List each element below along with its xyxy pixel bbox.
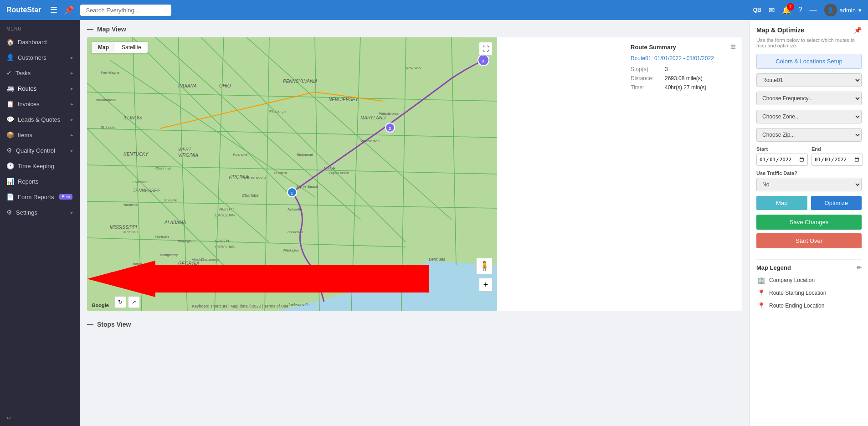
svg-text:St. Louis: St. Louis [101, 125, 115, 129]
svg-text:ALABAMA: ALABAMA [164, 220, 186, 225]
map-share-icon[interactable]: ↗ [128, 296, 140, 308]
minimize-icon[interactable]: — [810, 6, 817, 14]
map-rotate-icon[interactable]: ↻ [114, 296, 126, 308]
svg-text:Huntsville: Huntsville [155, 235, 169, 238]
sidebar-item-invoices[interactable]: 📋 Invoices ▸ [0, 96, 80, 112]
route-summary-label: Route Summary [631, 44, 676, 51]
traffic-label: Use Traffic Data? [756, 170, 862, 176]
sidebar-item-items[interactable]: 📦 Items ▸ [0, 127, 80, 143]
right-panel-desc: Use the form below to select which route… [756, 37, 862, 48]
sidebar-item-leads-quotes[interactable]: 💬 Leads & Quotes ▸ [0, 112, 80, 127]
chevron-items-icon: ▸ [71, 132, 73, 138]
legend-pencil-icon[interactable]: ✏ [857, 264, 862, 271]
menu-label: MENU [0, 20, 80, 34]
route-summary-title: Route Summary ☰ [631, 44, 736, 51]
legend-company-location: 🏢 Company Location [756, 276, 862, 285]
topnav: RouteStar ☰ 📌 QB ✉ 🔔 7 ? — 👤 admin ▾ [0, 0, 868, 20]
sidebar-item-tasks[interactable]: ✓ Tasks ▸ [0, 65, 80, 81]
sidebar-item-form-reports[interactable]: 📄 Form Reports Beta [0, 189, 80, 205]
notifications-icon[interactable]: 🔔 7 [782, 6, 791, 15]
svg-text:WEST: WEST [178, 147, 192, 152]
route-link[interactable]: Route01: 01/01/2022 - 01/01/2022 [631, 55, 736, 62]
zip-select[interactable]: Choose Zip... [756, 128, 862, 142]
save-changes-button[interactable]: Save Changes [756, 215, 862, 230]
mail-icon[interactable]: ✉ [769, 6, 775, 15]
sidebar-item-settings[interactable]: ⚙ Settings ▸ [0, 205, 80, 220]
sidebar-item-quality-control[interactable]: ⚙ Quality Control ▸ [0, 143, 80, 158]
svg-text:Washington: Washington [360, 139, 380, 143]
start-date-input[interactable] [756, 154, 808, 166]
start-over-button[interactable]: Start Over [756, 233, 862, 248]
route-end-icon: 📍 [756, 301, 765, 310]
svg-text:New York: New York [406, 66, 422, 70]
svg-text:KENTUCKY: KENTUCKY [123, 152, 149, 157]
svg-text:Atlanta: Atlanta [192, 258, 202, 261]
svg-text:Greensboro: Greensboro [247, 175, 266, 180]
map-legend-title: Map Legend ✏ [756, 264, 862, 271]
distance-label: Distance: [631, 75, 665, 82]
svg-text:Chattanooga: Chattanooga [201, 258, 219, 262]
quickbooks-icon[interactable]: QB [753, 7, 761, 13]
colors-locations-btn[interactable]: Colors & Locations Setup [756, 54, 862, 69]
frequency-select[interactable]: Choose Frequency... [756, 92, 862, 105]
optimize-button[interactable]: Optimize [811, 196, 862, 210]
sidebar-item-label-leads: Leads & Quotes [18, 116, 60, 123]
svg-text:Philadelphia: Philadelphia [379, 112, 399, 116]
sidebar-item-label-items: Items [18, 132, 32, 139]
route-select[interactable]: Route01 Route02 Route03 [756, 73, 862, 87]
user-chevron-icon: ▾ [858, 7, 862, 14]
svg-text:Nashville: Nashville [123, 203, 139, 207]
svg-text:Montgomery: Montgomery [160, 253, 178, 257]
svg-text:MISSISSIPPI: MISSISSIPPI [110, 225, 137, 230]
map-view-section-header: — Map View [87, 26, 742, 33]
map-svg: 1 3 2 ILLINOIS INDIANA OHIO PENNSYLVANIA… [87, 37, 497, 311]
chevron-customers-icon: ▸ [71, 55, 73, 61]
end-date-input[interactable] [812, 154, 863, 166]
route-end-label: Route Ending Location [769, 303, 824, 309]
svg-text:New Orleans: New Orleans [110, 272, 128, 275]
sidebar-item-dashboard[interactable]: 🏠 Dashboard [0, 34, 80, 50]
right-panel-pin-icon[interactable]: 📌 [854, 26, 862, 34]
zone-select[interactable]: Choose Zone... [756, 110, 862, 123]
svg-text:Virginia Beach: Virginia Beach [329, 171, 349, 175]
svg-text:Louisville: Louisville [133, 180, 148, 184]
google-logo: Google [92, 303, 109, 308]
svg-text:Charlotte: Charlotte [242, 193, 259, 198]
invoices-icon: 📋 [6, 100, 14, 108]
map-button[interactable]: Map [756, 196, 807, 210]
chevron-routes-icon: ▸ [71, 86, 73, 92]
sidebar-collapse[interactable]: ↩ [0, 410, 80, 426]
beta-badge: Beta [59, 194, 72, 200]
sidebar-item-reports[interactable]: 📊 Reports [0, 174, 80, 189]
map-pegman-button[interactable]: 🧍 [476, 258, 493, 274]
date-range-row: Start End [756, 146, 862, 166]
help-icon[interactable]: ? [798, 6, 802, 14]
map-view-collapse-icon[interactable]: — [87, 26, 93, 33]
svg-text:Pittsburgh: Pittsburgh [269, 109, 286, 113]
sidebar-item-routes[interactable]: 🚐 Routes ▸ [0, 81, 80, 96]
form-reports-icon: 📄 [6, 193, 14, 200]
user-menu[interactable]: 👤 admin ▾ [824, 4, 862, 16]
svg-text:CAROLINA: CAROLINA [215, 245, 236, 249]
svg-text:NORTH: NORTH [219, 207, 234, 211]
pin-icon[interactable]: 📌 [64, 5, 74, 15]
map-fullscreen-button[interactable]: ⛶ [479, 42, 493, 56]
traffic-select[interactable]: No Yes [756, 178, 862, 191]
svg-text:Charleston: Charleston [288, 231, 303, 234]
map-zoom-in-button[interactable]: + [479, 278, 493, 292]
chevron-tasks-icon: ▸ [71, 70, 73, 76]
svg-text:St. Augustine: St. Augustine [297, 280, 318, 284]
svg-text:Richmond: Richmond [297, 153, 313, 157]
svg-text:ILLINOIS: ILLINOIS [123, 115, 142, 120]
map-legend-label: Map Legend [756, 264, 791, 271]
sidebar-item-customers[interactable]: 👤 Customers ▸ [0, 50, 80, 65]
route-summary-options-icon[interactable]: ☰ [730, 44, 736, 51]
reports-icon: 📊 [6, 178, 14, 185]
map-visual[interactable]: 1 3 2 ILLINOIS INDIANA OHIO PENNSYLVANIA… [87, 37, 497, 311]
menu-icon[interactable]: ☰ [50, 5, 57, 15]
map-tab-satellite[interactable]: Satellite [115, 42, 148, 53]
search-input[interactable] [80, 5, 171, 16]
map-tab-map[interactable]: Map [92, 42, 115, 53]
stops-view-collapse-icon[interactable]: — [87, 321, 93, 328]
sidebar-item-timekeeping[interactable]: 🕐 Time Keeping [0, 158, 80, 174]
